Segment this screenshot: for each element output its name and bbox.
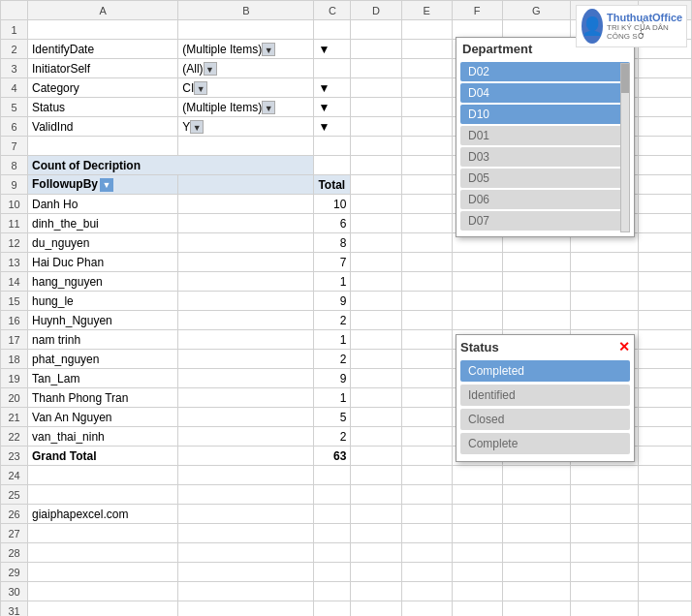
status-item-complete[interactable]: Complete — [460, 433, 630, 454]
cell-b-28 — [178, 543, 314, 563]
department-item-d02[interactable]: D02 — [460, 62, 630, 81]
cell-empty-24-5 — [638, 466, 691, 485]
department-scrollbar[interactable] — [620, 63, 630, 232]
cell-empty-13-0 — [351, 253, 401, 272]
cell-a-27 — [28, 524, 178, 543]
cell-a-5: Status — [28, 98, 178, 117]
logo-sub-text: TRI KÝ CỦA DÂN CÔNG SỞ — [607, 23, 682, 41]
department-item-d05[interactable]: D05 — [460, 169, 630, 188]
cell-empty-31-2 — [452, 601, 502, 617]
cell-empty-3-5 — [638, 59, 691, 78]
status-panel-close-button[interactable]: ✕ — [618, 339, 630, 354]
cell-empty-1-0 — [351, 20, 401, 40]
cell-empty-30-0 — [351, 582, 401, 601]
cell-empty-18-5 — [638, 350, 691, 369]
cell-empty-10-1 — [401, 195, 452, 214]
row-number: 24 — [1, 466, 28, 485]
cell-b-26 — [178, 505, 314, 524]
cell-empty-24-1 — [401, 466, 452, 485]
cell-c-15: 9 — [314, 292, 351, 311]
cell-b-4: CI▼ — [178, 78, 314, 98]
cell-b-12 — [178, 233, 314, 253]
cell-a-15: hung_le — [28, 292, 178, 311]
cell-empty-29-5 — [638, 563, 691, 582]
cell-empty-28-2 — [452, 543, 502, 563]
col-header-a: A — [28, 1, 178, 20]
cell-empty-27-5 — [638, 524, 691, 543]
cell-a-17: nam trinh — [28, 330, 178, 350]
cell-a-9: FollowupBy▼ — [28, 175, 178, 195]
cell-b-31 — [178, 601, 314, 617]
department-item-d06[interactable]: D06 — [460, 190, 630, 209]
cell-empty-28-1 — [401, 543, 452, 563]
logo-area: 👤 ThuthuatOffice TRI KÝ CỦA DÂN CÔNG SỞ — [576, 5, 687, 47]
cell-empty-4-1 — [401, 78, 452, 98]
cell-c-18: 2 — [314, 350, 351, 369]
cell-empty-21-0 — [351, 408, 401, 427]
cell-a-12: du_nguyen — [28, 233, 178, 253]
cell-empty-22-0 — [351, 427, 401, 447]
cell-c-1 — [314, 20, 351, 40]
cell-empty-10-5 — [638, 195, 691, 214]
status-item-completed[interactable]: Completed — [460, 360, 630, 382]
cell-b-10 — [178, 195, 314, 214]
cell-empty-6-5 — [638, 117, 691, 137]
table-row: 27 — [1, 524, 692, 543]
cell-empty-25-0 — [351, 485, 401, 505]
cell-a-1 — [28, 20, 178, 40]
cell-empty-12-5 — [638, 233, 691, 253]
cell-a-4: Category — [28, 78, 178, 98]
cell-empty-13-2 — [452, 253, 502, 272]
department-item-d07[interactable]: D07 — [460, 211, 630, 231]
cell-empty-20-0 — [351, 388, 401, 408]
cell-b-11 — [178, 214, 314, 233]
cell-empty-23-5 — [638, 447, 691, 466]
status-item-identified[interactable]: Identified — [460, 385, 630, 406]
row-number: 20 — [1, 388, 28, 408]
table-row: 28 — [1, 543, 692, 563]
cell-empty-25-1 — [401, 485, 452, 505]
cell-b-14 — [178, 272, 314, 292]
filter-dropdown-arrow-3[interactable]: ▼ — [204, 62, 217, 76]
cell-empty-11-5 — [638, 214, 691, 233]
row-number: 22 — [1, 427, 28, 447]
table-row: 16Huynh_Nguyen2 — [1, 311, 692, 330]
cell-c-20: 1 — [314, 388, 351, 408]
cell-empty-13-4 — [570, 253, 638, 272]
cell-empty-3-0 — [351, 59, 401, 78]
cell-a-8: Count of Decription — [28, 156, 314, 175]
filter-dropdown-arrow-5[interactable]: ▼ — [262, 101, 275, 114]
cell-empty-16-1 — [401, 311, 452, 330]
status-item-closed[interactable]: Closed — [460, 409, 630, 430]
filter-dropdown-arrow-6[interactable]: ▼ — [190, 120, 204, 134]
cell-empty-16-2 — [452, 311, 502, 330]
row-number: 26 — [1, 505, 28, 524]
filter-dropdown-arrow-4[interactable]: ▼ — [194, 81, 207, 95]
cell-empty-19-1 — [401, 369, 452, 388]
cell-empty-11-0 — [351, 214, 401, 233]
department-item-d03[interactable]: D03 — [460, 147, 630, 167]
table-row: 31 — [1, 601, 692, 617]
cell-empty-25-5 — [638, 485, 691, 505]
filter-dropdown-arrow-2[interactable]: ▼ — [262, 43, 275, 56]
cell-b-21 — [178, 408, 314, 427]
cell-c-28 — [314, 543, 351, 563]
cell-empty-28-4 — [570, 543, 638, 563]
cell-b-25 — [178, 485, 314, 505]
cell-empty-26-3 — [502, 505, 570, 524]
followupby-filter-icon[interactable]: ▼ — [100, 178, 113, 192]
cell-a-10: Danh Ho — [28, 195, 178, 214]
cell-empty-18-0 — [351, 350, 401, 369]
col-header-d: D — [351, 1, 401, 20]
table-row: 25 — [1, 485, 692, 505]
cell-empty-23-1 — [401, 447, 452, 466]
department-scrollbar-thumb[interactable] — [621, 64, 629, 93]
department-item-d04[interactable]: D04 — [460, 83, 630, 103]
row-number: 19 — [1, 369, 28, 388]
cell-empty-16-4 — [570, 311, 638, 330]
department-item-d01[interactable]: D01 — [460, 126, 630, 145]
department-item-d10[interactable]: D10 — [460, 105, 630, 124]
cell-empty-29-3 — [502, 563, 570, 582]
cell-empty-12-1 — [401, 233, 452, 253]
cell-empty-30-4 — [570, 582, 638, 601]
